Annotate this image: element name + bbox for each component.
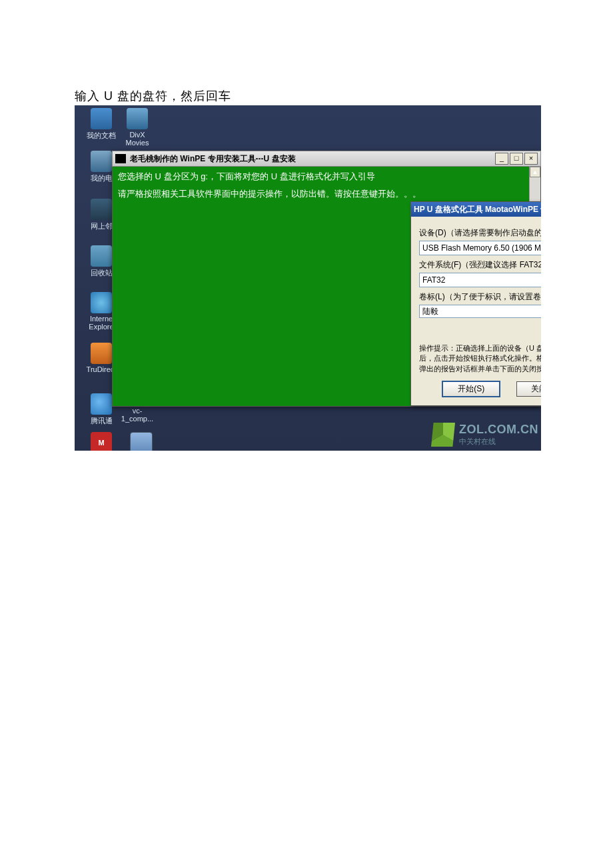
watermark-line2: 中关村在线 [459, 437, 538, 447]
console-line-1: 您选择的 U 盘分区为 g:，下面将对您的 U 盘进行格式化并写入引导 [118, 171, 535, 183]
console-title: 老毛桃制作的 WinPE 专用安装工具---U 盘安装 [130, 153, 495, 165]
network-icon [91, 199, 112, 220]
divx-icon [127, 108, 148, 129]
desktop-icon-divx[interactable]: DivX Movies [117, 108, 157, 147]
zol-logo-icon [431, 423, 455, 447]
minimize-button[interactable]: _ [495, 153, 508, 165]
icon-label: 我的文档 [81, 131, 121, 141]
qq-icon [91, 393, 112, 415]
recycle-bin-icon [91, 245, 112, 267]
desktop-icon-vc1-comp[interactable]: vc-1_comp... [117, 407, 157, 423]
file-icon [130, 432, 153, 451]
scroll-up-button[interactable]: ▲ [530, 167, 540, 177]
close-button[interactable]: 关闭(C) [516, 381, 541, 397]
device-value: USB Flash Memory 6.50 (1906 MB) (G:\) [420, 243, 541, 253]
start-button[interactable]: 开始(S) [442, 381, 500, 397]
console-line-2: 请严格按照相关工具软件界面中的提示操作，以防出错。请按任意键开始。。。 [118, 188, 535, 200]
device-combobox[interactable]: USB Flash Memory 6.50 (1906 MB) (G:\) ▼ [419, 241, 541, 255]
m-icon: M [91, 432, 112, 451]
caption-text: 输入 U 盘的盘符，然后回车 [75, 88, 231, 104]
my-documents-icon [91, 108, 112, 129]
watermark-line1: ZOL.COM.CN [459, 423, 538, 437]
cmd-icon [115, 154, 126, 163]
zol-watermark: ZOL.COM.CN 中关村在线 [431, 423, 538, 447]
volume-label-label: 卷标(L)（为了便于标识，请设置卷标） [419, 291, 541, 303]
dialog-titlebar[interactable]: HP U 盘格式化工具 MaotaoWinPE 专用版 × [411, 202, 541, 217]
console-titlebar[interactable]: 老毛桃制作的 WinPE 专用安装工具---U 盘安装 _ □ × [112, 151, 541, 167]
maximize-button[interactable]: □ [510, 153, 523, 165]
operation-hint: 操作提示：正确选择上面的设备（U 盘）和格式化选项后，点击开始按钮执行格式化操作… [419, 343, 541, 374]
filesystem-value: FAT32 [420, 275, 541, 285]
ie-icon [91, 292, 112, 313]
desktop-icon-file[interactable] [121, 432, 161, 451]
icon-label: vc-1_comp... [117, 407, 157, 423]
volume-label-input[interactable]: 陆毅 [419, 305, 541, 318]
desktop-icon-my-documents[interactable]: 我的文档 [81, 108, 121, 141]
filesystem-combobox[interactable]: FAT32 ▼ [419, 273, 541, 287]
screenshot-frame: 我的文档 DivX Movies 我的电 网上邻 回收站 Interne Exp… [75, 105, 541, 451]
icon-label: 腾讯通 [81, 416, 121, 426]
filesystem-label: 文件系统(F)（强烈建议选择 FAT32，兼容性好） [419, 259, 541, 271]
desktop-icon-m[interactable]: M [81, 432, 121, 451]
trudirect-icon [91, 343, 112, 364]
icon-label: DivX Movies [117, 131, 157, 147]
close-button[interactable]: × [524, 153, 538, 165]
device-label: 设备(D)（请选择需要制作启动盘的 U 盘） [419, 227, 541, 239]
my-computer-icon [91, 151, 112, 172]
dialog-title: HP U 盘格式化工具 MaotaoWinPE 专用版 [414, 204, 541, 215]
